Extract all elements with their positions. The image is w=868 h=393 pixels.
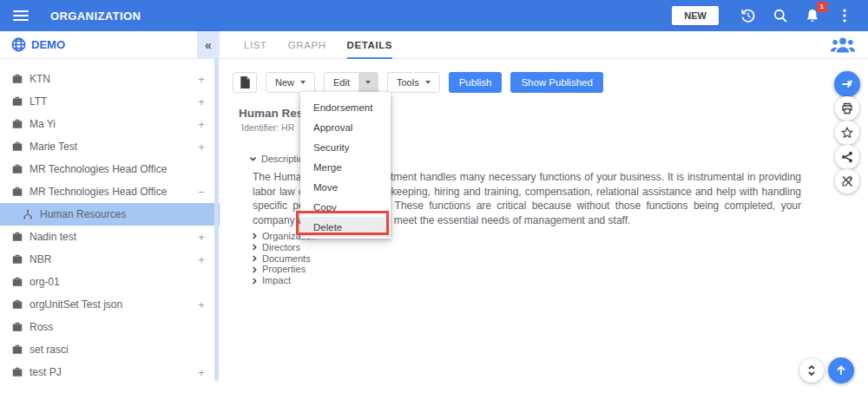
new-menu-button[interactable]: New: [266, 72, 315, 93]
edit-dropdown-menu: Endorsement Approval Security Merge Move…: [300, 92, 391, 239]
collapse-toggle[interactable]: −: [197, 186, 206, 199]
chevron-right-icon: [251, 233, 258, 239]
section-properties[interactable]: Properties: [251, 264, 868, 275]
org-tree: KTN + LTT + Ma Yi + Marie Test + MR Tech…: [0, 59, 220, 383]
menu-item-security[interactable]: Security: [300, 137, 391, 157]
sidebar-item-ltt[interactable]: LTT +: [0, 90, 220, 113]
toolbar: New Edit Tools Publish Show Published: [233, 72, 868, 93]
notifications-icon[interactable]: 1: [804, 7, 821, 24]
edit-lock-fab[interactable]: [835, 169, 859, 193]
chevron-down-icon: [249, 155, 257, 163]
search-icon[interactable]: [772, 7, 789, 24]
unfold-button[interactable]: [799, 358, 824, 383]
share-icon: [841, 151, 853, 163]
edit-split-button: Edit: [324, 72, 378, 93]
star-icon: [841, 127, 853, 139]
pencil-slash-icon: [841, 175, 853, 187]
printer-icon: [841, 102, 853, 115]
overflow-menu-icon[interactable]: [836, 7, 853, 24]
favorite-fab[interactable]: [835, 121, 859, 145]
sidebar-item-mr-technologies-2[interactable]: MR Technologies Head Office −: [0, 180, 220, 203]
menu-item-move[interactable]: Move: [300, 177, 391, 197]
chevron-right-icon: [251, 255, 258, 262]
sidebar-item-test-pj[interactable]: test PJ +: [0, 361, 220, 383]
sidebar-item-human-resources[interactable]: Human Resources: [0, 203, 220, 226]
publish-button[interactable]: Publish: [449, 72, 503, 93]
expand-toggle[interactable]: +: [197, 141, 206, 154]
tab-bar: LIST GRAPH DETAILS: [220, 31, 868, 59]
chevron-down-icon: [425, 81, 431, 84]
new-document-button[interactable]: [233, 72, 257, 93]
sidebar-scrollbar[interactable]: [214, 59, 219, 381]
menu-item-copy[interactable]: Copy: [300, 197, 391, 217]
edit-dropdown-button[interactable]: [359, 72, 378, 93]
document-icon: [240, 76, 251, 88]
sidebar-header: DEMO «: [0, 31, 220, 59]
workspace-title: DEMO: [31, 38, 65, 51]
briefcase-icon: [11, 95, 23, 108]
forward-arrow-icon: [841, 78, 853, 90]
chevron-right-icon: [251, 244, 258, 251]
briefcase-icon: [11, 118, 23, 130]
section-documents[interactable]: Documents: [251, 253, 868, 265]
history-icon[interactable]: [740, 7, 757, 24]
section-list: Organization Directors Documents Propert…: [251, 231, 868, 286]
sidebar-item-org-01[interactable]: org-01: [0, 271, 220, 293]
section-directors[interactable]: Directors: [251, 242, 868, 253]
expand-toggle[interactable]: +: [197, 231, 206, 244]
sidebar-item-ma-yi[interactable]: Ma Yi +: [0, 113, 220, 135]
section-impact[interactable]: Impact: [251, 275, 868, 286]
briefcase-icon: [11, 141, 23, 153]
menu-toggle-icon[interactable]: [13, 8, 29, 23]
sidebar-item-mr-technologies-1[interactable]: MR Technologies Head Office: [0, 158, 220, 180]
top-bar: ORGANIZATION NEW 1: [0, 0, 868, 31]
briefcase-icon: [11, 186, 23, 198]
print-fab[interactable]: [835, 96, 859, 121]
sidebar-item-nbr[interactable]: NBR +: [0, 248, 220, 271]
expand-toggle[interactable]: +: [197, 73, 206, 86]
expand-toggle[interactable]: +: [197, 118, 206, 131]
menu-item-endorsement[interactable]: Endorsement: [300, 97, 391, 117]
briefcase-icon: [11, 321, 23, 333]
arrow-up-icon: [835, 364, 847, 377]
users-icon[interactable]: [830, 34, 856, 56]
menu-item-merge[interactable]: Merge: [300, 157, 391, 177]
briefcase-icon: [11, 276, 23, 288]
sidebar-item-marie-test[interactable]: Marie Test +: [0, 135, 220, 158]
app-title: ORGANIZATION: [50, 10, 141, 23]
expand-toggle[interactable]: +: [197, 253, 206, 266]
briefcase-icon: [11, 366, 23, 378]
app-window: ORGANIZATION NEW 1 DEMO « KTN: [0, 0, 868, 393]
briefcase-icon: [11, 231, 23, 243]
sidebar-item-set-rasci[interactable]: set rasci: [0, 338, 220, 361]
briefcase-icon: [11, 73, 23, 85]
share-fab[interactable]: [835, 145, 859, 169]
sidebar-collapse-button[interactable]: «: [197, 31, 220, 58]
scroll-top-fab[interactable]: [828, 357, 854, 383]
chevron-down-icon: [300, 81, 306, 84]
chevron-down-icon: [365, 81, 371, 84]
chevron-right-icon: [251, 278, 258, 285]
tools-menu-button[interactable]: Tools: [387, 72, 440, 93]
sidebar-item-orgunitset-test-json[interactable]: orgUnitSet Test json +: [0, 293, 220, 316]
expand-toggle[interactable]: +: [197, 298, 206, 311]
unfold-more-icon: [806, 364, 818, 377]
menu-item-delete[interactable]: Delete: [300, 217, 391, 237]
expand-toggle[interactable]: +: [197, 366, 206, 379]
show-published-button[interactable]: Show Published: [510, 72, 602, 93]
tab-graph[interactable]: GRAPH: [288, 31, 326, 59]
expand-toggle[interactable]: +: [197, 95, 206, 108]
briefcase-icon: [11, 298, 23, 311]
menu-item-approval[interactable]: Approval: [300, 117, 391, 137]
chevron-right-icon: [251, 266, 258, 273]
new-button[interactable]: NEW: [672, 6, 719, 25]
org-unit-icon: [22, 208, 34, 220]
sidebar-item-nadin-test[interactable]: Nadin test +: [0, 226, 220, 248]
briefcase-icon: [11, 344, 23, 356]
tab-details[interactable]: DETAILS: [347, 31, 393, 59]
tab-list[interactable]: LIST: [244, 31, 267, 59]
quick-action-fab[interactable]: [834, 71, 860, 97]
sidebar-item-ktn[interactable]: KTN +: [0, 68, 220, 90]
sidebar-item-ross[interactable]: Ross: [0, 316, 220, 338]
edit-button[interactable]: Edit: [324, 72, 359, 93]
